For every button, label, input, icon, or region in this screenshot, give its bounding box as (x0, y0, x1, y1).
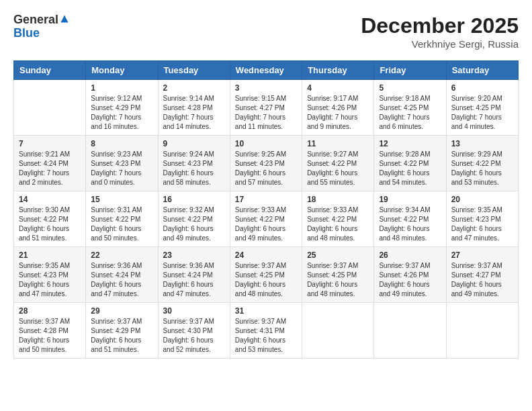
logo-blue-text: Blue (13, 27, 69, 40)
day-info: Sunrise: 9:20 AMSunset: 4:25 PMDaylight:… (451, 94, 513, 132)
day-info: Sunrise: 9:33 AMSunset: 4:22 PMDaylight:… (235, 205, 297, 243)
calendar-cell: 1Sunrise: 9:12 AMSunset: 4:29 PMDaylight… (86, 80, 158, 136)
calendar-cell: 19Sunrise: 9:34 AMSunset: 4:22 PMDayligh… (374, 191, 446, 247)
calendar-cell: 3Sunrise: 9:15 AMSunset: 4:27 PMDaylight… (230, 80, 302, 136)
day-number: 13 (451, 139, 513, 148)
calendar-cell: 24Sunrise: 9:37 AMSunset: 4:25 PMDayligh… (230, 247, 302, 303)
day-info: Sunrise: 9:31 AMSunset: 4:22 PMDaylight:… (91, 205, 152, 243)
calendar-cell: 12Sunrise: 9:28 AMSunset: 4:22 PMDayligh… (374, 136, 446, 191)
calendar-cell: 8Sunrise: 9:23 AMSunset: 4:23 PMDaylight… (86, 136, 158, 191)
calendar-cell: 5Sunrise: 9:18 AMSunset: 4:25 PMDaylight… (374, 80, 446, 136)
day-number: 27 (451, 250, 513, 260)
weekday-header-thursday: Thursday (302, 61, 374, 80)
day-number: 3 (235, 83, 297, 93)
calendar-cell: 7Sunrise: 9:21 AMSunset: 4:24 PMDaylight… (14, 136, 86, 191)
calendar-week-row: 1Sunrise: 9:12 AMSunset: 4:29 PMDaylight… (14, 80, 519, 136)
day-number: 31 (235, 306, 297, 316)
calendar-cell: 16Sunrise: 9:32 AMSunset: 4:22 PMDayligh… (158, 191, 230, 247)
day-number: 6 (451, 83, 513, 93)
calendar-cell (302, 303, 374, 359)
month-title: December 2025 (361, 13, 519, 38)
day-info: Sunrise: 9:37 AMSunset: 4:27 PMDaylight:… (451, 261, 513, 299)
day-number: 18 (307, 195, 369, 204)
calendar-cell: 6Sunrise: 9:20 AMSunset: 4:25 PMDaylight… (446, 80, 518, 136)
day-number: 19 (379, 195, 441, 204)
day-info: Sunrise: 9:34 AMSunset: 4:22 PMDaylight:… (379, 205, 441, 243)
weekday-header-tuesday: Tuesday (158, 61, 230, 80)
calendar-week-row: 7Sunrise: 9:21 AMSunset: 4:24 PMDaylight… (14, 136, 519, 191)
day-number: 30 (163, 306, 225, 316)
svg-marker-0 (60, 15, 68, 22)
day-info: Sunrise: 9:37 AMSunset: 4:30 PMDaylight:… (163, 317, 225, 355)
logo: General Blue (13, 13, 69, 40)
day-number: 7 (19, 139, 81, 148)
day-info: Sunrise: 9:21 AMSunset: 4:24 PMDaylight:… (19, 150, 81, 187)
day-number: 23 (163, 250, 225, 260)
title-block: December 2025 Verkhniye Sergi, Russia (361, 13, 519, 50)
calendar-cell (374, 303, 446, 359)
day-number: 10 (235, 139, 297, 148)
day-number: 16 (163, 195, 225, 204)
weekday-header-wednesday: Wednesday (230, 61, 302, 80)
calendar-cell: 4Sunrise: 9:17 AMSunset: 4:26 PMDaylight… (302, 80, 374, 136)
weekday-header-sunday: Sunday (14, 61, 86, 80)
calendar-cell: 30Sunrise: 9:37 AMSunset: 4:30 PMDayligh… (158, 303, 230, 359)
day-number: 15 (91, 195, 152, 204)
day-info: Sunrise: 9:36 AMSunset: 4:24 PMDaylight:… (91, 261, 152, 299)
calendar-week-row: 14Sunrise: 9:30 AMSunset: 4:22 PMDayligh… (14, 191, 519, 247)
day-number: 4 (307, 83, 369, 93)
calendar-cell: 23Sunrise: 9:36 AMSunset: 4:24 PMDayligh… (158, 247, 230, 303)
day-info: Sunrise: 9:24 AMSunset: 4:23 PMDaylight:… (163, 150, 225, 187)
day-info: Sunrise: 9:37 AMSunset: 4:29 PMDaylight:… (91, 317, 152, 355)
day-number: 11 (307, 139, 369, 148)
calendar-cell (14, 80, 86, 136)
day-info: Sunrise: 9:25 AMSunset: 4:23 PMDaylight:… (235, 150, 297, 187)
logo-general-text: General (13, 13, 58, 26)
day-info: Sunrise: 9:23 AMSunset: 4:23 PMDaylight:… (91, 150, 152, 187)
calendar-cell: 10Sunrise: 9:25 AMSunset: 4:23 PMDayligh… (230, 136, 302, 191)
calendar-cell: 18Sunrise: 9:33 AMSunset: 4:22 PMDayligh… (302, 191, 374, 247)
location-title: Verkhniye Sergi, Russia (361, 38, 519, 50)
calendar-cell: 9Sunrise: 9:24 AMSunset: 4:23 PMDaylight… (158, 136, 230, 191)
weekday-header-row: SundayMondayTuesdayWednesdayThursdayFrid… (14, 61, 519, 80)
day-info: Sunrise: 9:35 AMSunset: 4:23 PMDaylight:… (451, 205, 513, 243)
day-number: 17 (235, 195, 297, 204)
logo-icon (60, 14, 69, 24)
calendar-cell: 26Sunrise: 9:37 AMSunset: 4:26 PMDayligh… (374, 247, 446, 303)
day-number: 14 (19, 195, 81, 204)
day-info: Sunrise: 9:30 AMSunset: 4:22 PMDaylight:… (19, 205, 81, 243)
day-info: Sunrise: 9:15 AMSunset: 4:27 PMDaylight:… (235, 94, 297, 132)
page-header: General Blue December 2025 Verkhniye Ser… (13, 13, 519, 50)
day-number: 20 (451, 195, 513, 204)
day-info: Sunrise: 9:32 AMSunset: 4:22 PMDaylight:… (163, 205, 225, 243)
day-number: 12 (379, 139, 441, 148)
day-number: 8 (91, 139, 152, 148)
calendar-week-row: 21Sunrise: 9:35 AMSunset: 4:23 PMDayligh… (14, 247, 519, 303)
calendar-cell: 25Sunrise: 9:37 AMSunset: 4:25 PMDayligh… (302, 247, 374, 303)
day-info: Sunrise: 9:29 AMSunset: 4:22 PMDaylight:… (451, 150, 513, 187)
day-number: 5 (379, 83, 441, 93)
day-number: 26 (379, 250, 441, 260)
day-number: 2 (163, 83, 225, 93)
calendar-cell: 22Sunrise: 9:36 AMSunset: 4:24 PMDayligh… (86, 247, 158, 303)
calendar-cell: 11Sunrise: 9:27 AMSunset: 4:22 PMDayligh… (302, 136, 374, 191)
day-info: Sunrise: 9:12 AMSunset: 4:29 PMDaylight:… (91, 94, 152, 132)
calendar-table: SundayMondayTuesdayWednesdayThursdayFrid… (13, 60, 519, 359)
day-info: Sunrise: 9:37 AMSunset: 4:26 PMDaylight:… (379, 261, 441, 299)
day-number: 25 (307, 250, 369, 260)
day-number: 22 (91, 250, 152, 260)
day-info: Sunrise: 9:14 AMSunset: 4:28 PMDaylight:… (163, 94, 225, 132)
day-info: Sunrise: 9:36 AMSunset: 4:24 PMDaylight:… (163, 261, 225, 299)
weekday-header-monday: Monday (86, 61, 158, 80)
calendar-cell: 29Sunrise: 9:37 AMSunset: 4:29 PMDayligh… (86, 303, 158, 359)
day-info: Sunrise: 9:17 AMSunset: 4:26 PMDaylight:… (307, 94, 369, 132)
calendar-cell: 31Sunrise: 9:37 AMSunset: 4:31 PMDayligh… (230, 303, 302, 359)
day-number: 28 (19, 306, 81, 316)
day-info: Sunrise: 9:27 AMSunset: 4:22 PMDaylight:… (307, 150, 369, 187)
calendar-cell: 2Sunrise: 9:14 AMSunset: 4:28 PMDaylight… (158, 80, 230, 136)
calendar-week-row: 28Sunrise: 9:37 AMSunset: 4:28 PMDayligh… (14, 303, 519, 359)
calendar-cell (446, 303, 518, 359)
day-info: Sunrise: 9:37 AMSunset: 4:25 PMDaylight:… (307, 261, 369, 299)
day-number: 9 (163, 139, 225, 148)
day-info: Sunrise: 9:35 AMSunset: 4:23 PMDaylight:… (19, 261, 81, 299)
